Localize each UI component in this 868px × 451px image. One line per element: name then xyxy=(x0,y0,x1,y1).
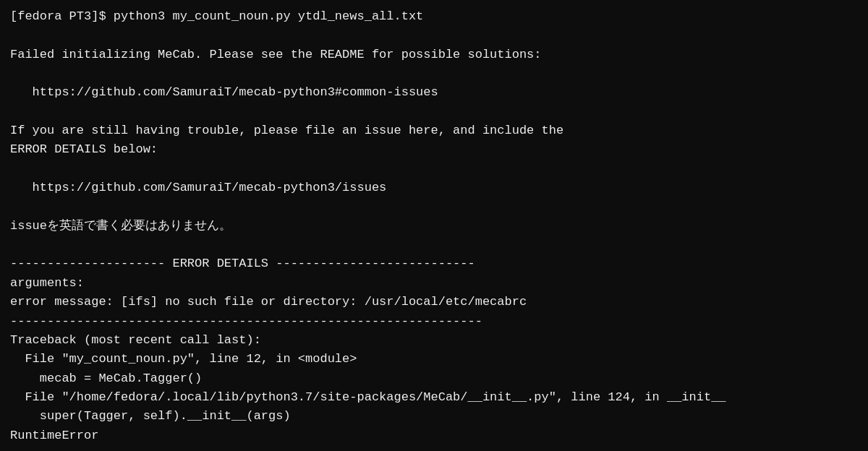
blank-line-1 xyxy=(10,26,858,45)
blank-line-4 xyxy=(10,160,858,179)
link1-line: https://github.com/SamuraiT/mecab-python… xyxy=(10,83,858,102)
trouble1-line: If you are still having trouble, please … xyxy=(10,121,858,140)
traceback3-line: mecab = MeCab.Tagger() xyxy=(10,369,858,388)
blank-line-6 xyxy=(10,236,858,254)
traceback5-line: super(Tagger, self).__init__(args) xyxy=(10,407,858,426)
error-msg-line: error message: [ifs] no such file or dir… xyxy=(10,293,858,312)
error-init-line: Failed initializing MeCab. Please see th… xyxy=(10,46,858,64)
terminal: [fedora PT3]$ python3 my_count_noun.py y… xyxy=(0,0,868,451)
blank-line-3 xyxy=(10,103,858,121)
blank-line-5 xyxy=(10,197,858,216)
trouble2-line: ERROR DETAILS below: xyxy=(10,140,858,159)
separator-line: ----------------------------------------… xyxy=(10,312,858,331)
traceback4-line: File "/home/fedora/.local/lib/python3.7/… xyxy=(10,388,858,407)
final-prompt-line: [fedora PT3]$ xyxy=(10,445,858,451)
error-details-header: --------------------- ERROR DETAILS ----… xyxy=(10,254,858,273)
link2-line: https://github.com/SamuraiT/mecab-python… xyxy=(10,179,858,197)
command-line: [fedora PT3]$ python3 my_count_noun.py y… xyxy=(10,7,858,26)
traceback1-line: Traceback (most recent call last): xyxy=(10,331,858,350)
japanese-line: issueを英語で書く必要はありません。 xyxy=(10,217,858,236)
runtime-error-line: RuntimeError xyxy=(10,426,858,445)
arguments-line: arguments: xyxy=(10,274,858,293)
blank-line-2 xyxy=(10,64,858,83)
traceback2-line: File "my_count_noun.py", line 12, in <mo… xyxy=(10,350,858,369)
